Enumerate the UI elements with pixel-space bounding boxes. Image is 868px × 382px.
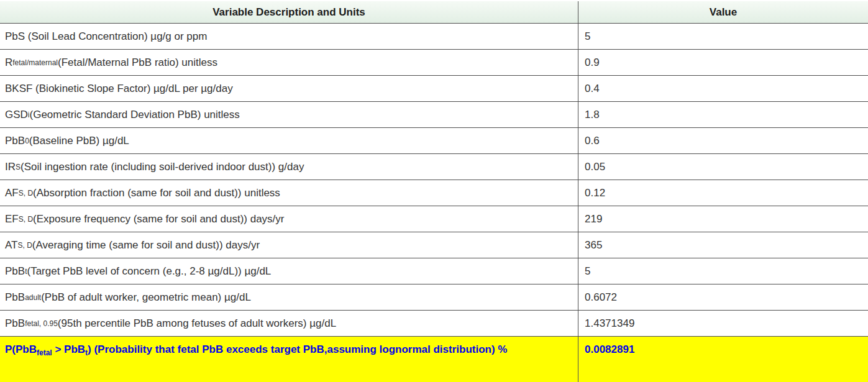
- parameter-table: Variable Description and Units Value PbS…: [0, 1, 868, 382]
- row-label: P(PbBfetal > PbBt) (Probability that fet…: [0, 337, 578, 382]
- label-text: IR: [5, 161, 16, 173]
- table-row: Rfetal/maternal (Fetal/Maternal PbB rati…: [0, 50, 868, 76]
- label-text: (Absorption fraction (same for soil and …: [33, 187, 280, 199]
- row-value: 365: [578, 232, 868, 258]
- row-value: 0.4: [578, 76, 868, 101]
- label-text: (Fetal/Maternal PbB ratio) unitless: [58, 57, 217, 69]
- row-label: PbBt (Target PbB level of concern (e.g.,…: [0, 258, 578, 284]
- label-text: AT: [5, 239, 17, 252]
- table-row: GSDi (Geometric Standard Deviation PbB) …: [0, 102, 868, 128]
- label-text: EF: [5, 213, 19, 225]
- row-label: EFS, D (Exposure frequency (same for soi…: [0, 206, 578, 232]
- table-row: ATS, D (Averaging time (same for soil an…: [0, 232, 868, 258]
- row-label: Rfetal/maternal (Fetal/Maternal PbB rati…: [0, 50, 578, 75]
- table-row: PbBfetal, 0.95 (95th percentile PbB amon…: [0, 311, 868, 337]
- label-text: ) (Probability that fetal PbB exceeds ta…: [88, 343, 507, 355]
- label-text: PbB: [5, 317, 25, 330]
- row-value: 0.05: [578, 154, 868, 180]
- label-text: PbS (Soil Lead Concentration) µg/g or pp…: [5, 30, 207, 43]
- result-row: P(PbBfetal > PbBt) (Probability that fet…: [0, 337, 868, 382]
- label-text: (Target PbB level of concern (e.g., 2-8 …: [27, 265, 271, 278]
- table-row: AFS, D (Absorption fraction (same for so…: [0, 180, 868, 206]
- label-text: BKSF (Biokinetic Slope Factor) µg/dL per…: [5, 83, 233, 95]
- row-label: AFS, D (Absorption fraction (same for so…: [0, 180, 578, 206]
- row-value: 0.6: [578, 128, 868, 153]
- row-value: 1.4371349: [578, 311, 868, 336]
- label-text: (Soil ingestion rate (including soil-der…: [21, 161, 304, 173]
- row-value: 0.9: [578, 50, 868, 75]
- label-text: (Averaging time (same for soil and dust)…: [32, 239, 260, 252]
- row-value: 219: [578, 206, 868, 232]
- row-label: PbBfetal, 0.95 (95th percentile PbB amon…: [0, 311, 578, 336]
- row-value: 5: [578, 258, 868, 284]
- label-text: (Baseline PbB) µg/dL: [29, 135, 129, 147]
- table-row: PbS (Soil Lead Concentration) µg/g or pp…: [0, 24, 868, 50]
- row-value: 5: [578, 24, 868, 49]
- row-label: PbBadult (PbB of adult worker, geometric…: [0, 284, 578, 310]
- row-label: GSDi (Geometric Standard Deviation PbB) …: [0, 102, 578, 127]
- row-label: PbS (Soil Lead Concentration) µg/g or pp…: [0, 24, 578, 49]
- table-row: PbB0 (Baseline PbB) µg/dL0.6: [0, 128, 868, 154]
- row-label: BKSF (Biokinetic Slope Factor) µg/dL per…: [0, 76, 578, 101]
- label-text: (95th percentile PbB among fetuses of ad…: [58, 317, 336, 330]
- row-value: 0.0082891: [578, 337, 868, 382]
- table-row: BKSF (Biokinetic Slope Factor) µg/dL per…: [0, 76, 868, 102]
- row-value: 0.6072: [578, 284, 868, 310]
- label-text: AF: [5, 187, 19, 199]
- label-text: GSD: [5, 109, 28, 121]
- label-text: R: [5, 57, 12, 69]
- label-subscript: fetal: [37, 348, 52, 357]
- label-text: PbB: [5, 265, 25, 278]
- column-header-value: Value: [578, 1, 868, 23]
- table-header-row: Variable Description and Units Value: [0, 1, 868, 24]
- column-header-variable: Variable Description and Units: [0, 1, 578, 23]
- label-text: PbB: [5, 291, 25, 304]
- label-text: P(PbB: [5, 343, 37, 355]
- row-label: ATS, D (Averaging time (same for soil an…: [0, 232, 578, 258]
- row-label: PbB0 (Baseline PbB) µg/dL: [0, 128, 578, 153]
- row-label: IRS (Soil ingestion rate (including soil…: [0, 154, 578, 180]
- table-row: PbBadult (PbB of adult worker, geometric…: [0, 284, 868, 311]
- row-value: 1.8: [578, 102, 868, 127]
- row-value: 0.12: [578, 180, 868, 206]
- label-text: PbB: [5, 135, 25, 147]
- table-row: PbBt (Target PbB level of concern (e.g.,…: [0, 258, 868, 284]
- table-row: EFS, D (Exposure frequency (same for soi…: [0, 206, 868, 232]
- label-text: (Geometric Standard Deviation PbB) unitl…: [30, 109, 240, 121]
- table-body: PbS (Soil Lead Concentration) µg/g or pp…: [0, 24, 868, 382]
- label-text: > PbB: [52, 343, 85, 355]
- label-text: (PbB of adult worker, geometric mean) µg…: [41, 291, 251, 304]
- table-row: IRS (Soil ingestion rate (including soil…: [0, 154, 868, 180]
- label-text: (Exposure frequency (same for soil and d…: [33, 213, 284, 225]
